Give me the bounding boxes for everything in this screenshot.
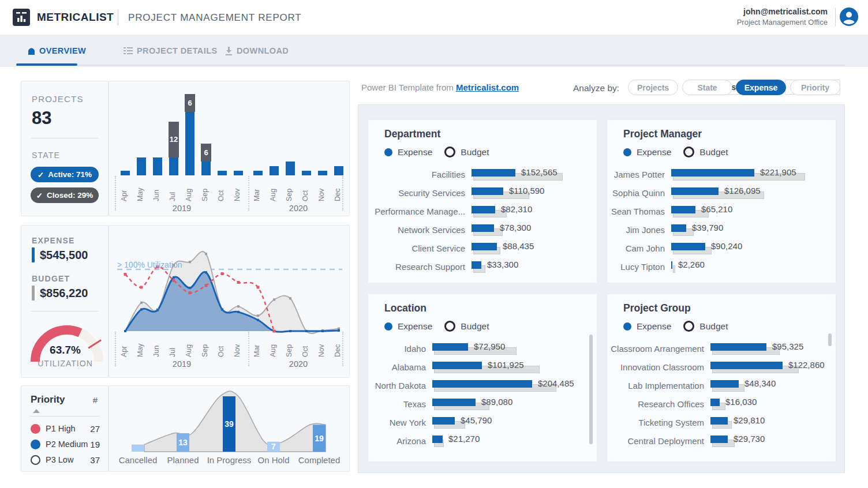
budget-radio-icon[interactable] [683,147,694,157]
tab-download[interactable]: DOWNLOAD [225,46,289,55]
gray-marker [237,305,240,307]
expense-bar[interactable] [472,187,503,195]
row-label: Innovation Classroom [607,362,704,372]
expense-bar[interactable] [671,206,695,213]
budget-label: BUDGET [32,274,70,283]
month-bar[interactable] [137,157,146,175]
row-label: Jim Jones [607,225,665,235]
user-info: john@metricalist.com Project Management … [737,6,828,28]
status-bar[interactable] [132,445,144,452]
expense-bar[interactable] [710,362,783,369]
month-callout-value: 6 [201,144,211,162]
month-bar[interactable] [253,171,263,175]
expense-bar[interactable] [710,417,728,425]
budget-bar[interactable] [673,265,675,273]
analyze-by-projects[interactable]: Projects [628,80,678,95]
month-bar[interactable] [286,162,295,175]
scrollbar-thumb[interactable] [828,333,832,346]
expense-value-label: $16,030 [725,397,757,407]
expense-bar[interactable] [472,224,494,232]
expense-value-label: $33,300 [487,260,518,269]
month-bar[interactable] [218,171,227,175]
budget-radio-icon[interactable] [444,321,455,332]
state-label: STATE [32,151,60,160]
expense-bar[interactable] [472,243,497,250]
expense-bar[interactable] [671,187,719,195]
analyze-by-expense[interactable]: Expense [736,80,786,95]
month-bar[interactable] [169,157,178,175]
expense-bar[interactable] [472,206,495,213]
gray-marker [205,253,207,255]
expense-radio-icon[interactable] [384,148,392,156]
month-bar[interactable] [201,162,211,175]
month-bar[interactable] [121,171,130,175]
divider [31,138,99,138]
panel-bar-row: Performance Manage...$82,310 [368,205,598,218]
header-user-divider [835,8,836,27]
tab-track [16,65,845,66]
expense-bar[interactable] [671,169,754,177]
priority-row[interactable]: P2 Medium19 [31,437,100,451]
budget-radio-icon[interactable] [444,147,455,157]
expense-radio-icon[interactable] [623,322,631,331]
projects-per-month-chart-card: 1266 AprMayJunJulAugSepOctNov2019MarAugS… [108,81,350,216]
priority-card: Priority # P1 High27P2 Medium19P3 Low37 [21,385,108,472]
expense-bar[interactable] [472,261,481,269]
month-bar[interactable] [302,171,311,175]
priority-row[interactable]: P3 Low37 [31,453,100,467]
expense-bar[interactable] [671,261,672,269]
month-bar[interactable] [318,171,327,175]
analyze-by-label: Analyze by: [573,83,619,93]
expense-radio-icon[interactable] [384,322,392,331]
projects-kpi-card: PROJECTS 83 STATE ✓Active: 71% ✓Closed: … [21,81,108,216]
expense-bar[interactable] [432,436,443,443]
expense-bar[interactable] [710,343,766,351]
budget-radio-icon[interactable] [683,321,694,332]
panel-legend: ExpenseBudget [623,147,728,157]
month-bar[interactable] [234,171,243,175]
month-bar[interactable] [153,157,162,175]
axis-separator [342,176,343,211]
row-label: New York [368,418,426,427]
blue-marker [305,330,308,332]
expense-bar[interactable] [432,343,468,351]
legend-expense-label: Expense [637,321,671,332]
scrollbar-thumb[interactable] [589,335,593,444]
expense-bar[interactable] [710,436,728,443]
tab-bar: OVERVIEW PROJECT DETAILS DOWNLOAD Last 1 [0,35,868,67]
tab-project-details[interactable]: PROJECT DETAILS [124,46,217,55]
blue-marker [173,276,175,279]
expense-bar[interactable] [432,362,482,369]
analyze-by-state[interactable]: State [682,80,732,95]
month-tick-label: Aug [185,334,194,357]
legend-budget-label: Budget [461,147,489,157]
projects-by-status-chart-card: 1339719CancelledPlannedIn ProgressOn Hol… [108,385,350,472]
expense-bar[interactable] [710,399,720,406]
expense-bar[interactable] [671,243,705,250]
panel-bar-row: Research Support$33,300 [368,261,598,273]
expense-bar[interactable] [432,399,476,406]
month-bar[interactable] [334,166,343,175]
analyze-by-priority[interactable]: Priority [790,80,840,95]
utilization-label: UTILIZATION [21,359,109,368]
metricalist-link[interactable]: Metricalist.com [456,82,519,92]
blue-marker [257,319,259,321]
expense-bar[interactable] [432,417,455,425]
tab-overview[interactable]: OVERVIEW [28,46,86,55]
priority-row[interactable]: P1 High27 [31,422,100,436]
expense-bar[interactable] [432,380,532,388]
panel-title: Department [384,128,440,140]
expense-value-label: $72,950 [474,341,505,351]
panel-legend: ExpenseBudget [384,321,489,332]
red-marker [140,286,143,289]
expense-bar[interactable] [710,380,739,388]
expense-bar[interactable] [472,169,515,177]
expense-bar[interactable] [671,224,686,232]
sort-asc-icon[interactable] [33,409,40,413]
expense-radio-icon[interactable] [623,148,631,156]
priority-title: Priority [31,394,65,406]
month-bar[interactable] [270,166,279,175]
gray-marker [189,261,191,263]
user-avatar-icon[interactable] [839,7,859,27]
month-bar[interactable] [185,112,194,175]
